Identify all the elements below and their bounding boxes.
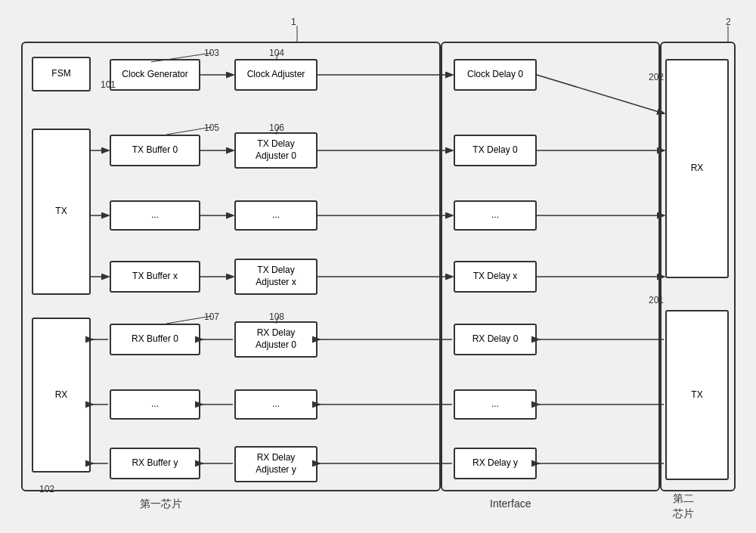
ref-1: 1	[291, 17, 296, 27]
rx-delay-dots-block: ...	[454, 389, 537, 420]
tx-delay-adjuster0-block: TX DelayAdjuster 0	[234, 132, 318, 169]
tx-buffer-dots-block: ...	[110, 200, 200, 231]
clock-adjuster-block: Clock Adjuster	[234, 59, 318, 91]
clock-delay0-block: Clock Delay 0	[454, 59, 537, 91]
tx-buffer-x-block: TX Buffer x	[110, 261, 200, 293]
ref-202: 202	[649, 72, 664, 82]
interface-label: Interface	[490, 497, 531, 510]
rx-delay-adjuster-y-block: RX DelayAdjuster y	[234, 446, 318, 482]
clock-generator-block: Clock Generator	[110, 59, 200, 91]
ref-103: 103	[204, 48, 219, 58]
rx-buffer-dots-block: ...	[110, 389, 200, 420]
ref-2: 2	[726, 17, 731, 27]
diagram-container: 1 2 FSM TX RX Clock Generator Clock Adju…	[0, 0, 756, 533]
rx-block: RX	[32, 318, 91, 473]
ref-106: 106	[269, 122, 284, 133]
rx-delay-adjuster0-block: RX DelayAdjuster 0	[234, 321, 318, 358]
rx-delay0-block: RX Delay 0	[454, 324, 537, 355]
chip2-label: 第二芯片	[673, 491, 694, 521]
rx-buffer-y-block: RX Buffer y	[110, 448, 200, 479]
tx-delay-dots-block: ...	[454, 200, 537, 231]
rx-delay-y-block: RX Delay y	[454, 448, 537, 479]
tx-delay0-block: TX Delay 0	[454, 135, 537, 166]
tx-delay-x-block: TX Delay x	[454, 261, 537, 293]
rx-buffer0-block: RX Buffer 0	[110, 324, 200, 355]
tx-block: TX	[32, 129, 91, 295]
chip1-label: 第一芯片	[140, 497, 182, 511]
tx-delay-adjuster-x-block: TX DelayAdjuster x	[234, 259, 318, 295]
tx-buffer0-block: TX Buffer 0	[110, 135, 200, 166]
chip2-tx-block: TX	[665, 310, 729, 480]
ref-102: 102	[39, 484, 54, 494]
ref-108: 108	[269, 311, 284, 322]
ref-104: 104	[269, 48, 284, 58]
ref-101: 101	[101, 79, 116, 90]
tx-delay-adjuster-dots-block: ...	[234, 200, 318, 231]
rx-delay-adjuster-dots-block: ...	[234, 389, 318, 420]
ref-105: 105	[204, 122, 219, 133]
fsm-block: FSM	[32, 57, 91, 91]
chip2-rx-block: RX	[665, 59, 729, 278]
ref-107: 107	[204, 311, 219, 322]
ref-201: 201	[649, 295, 664, 305]
